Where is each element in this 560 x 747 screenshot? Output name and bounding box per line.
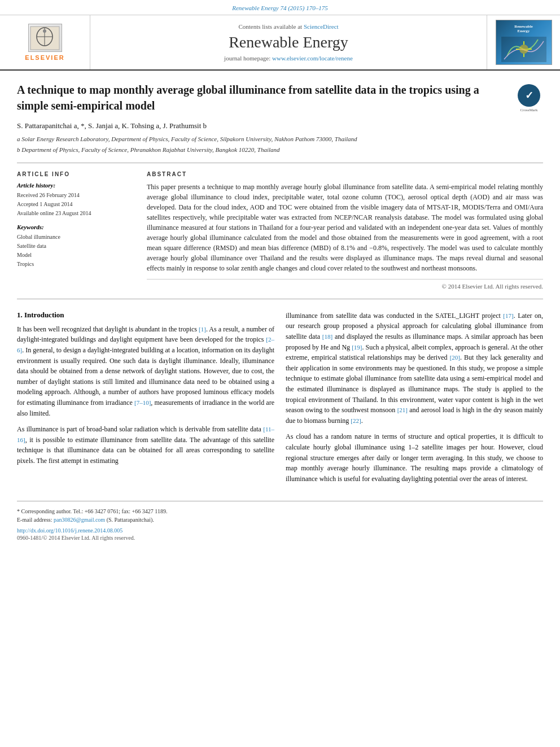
page: Renewable Energy 74 (2015) 170–175 ELSEV… (0, 0, 560, 747)
article-info-column: ARTICLE INFO Article history: Received 2… (17, 171, 130, 290)
keyword-3: Model (17, 251, 130, 260)
article-info-label: ARTICLE INFO (17, 171, 130, 177)
available-date: Available online 23 August 2014 (17, 209, 130, 218)
corresponding-footnote: * Corresponding author. Tel.: +66 3427 0… (17, 507, 543, 516)
svg-point-4 (43, 29, 46, 33)
elsevier-logo: ELSEVIER (25, 24, 64, 61)
journal-header: ELSEVIER Contents lists available at Sci… (0, 15, 560, 71)
contents-line: Contents lists available at ScienceDirec… (238, 23, 338, 30)
email-footnote: E-mail address: pan30826@gmail.com (S. P… (17, 516, 543, 524)
crossmark-icon: ✓ (518, 84, 540, 107)
body-right-column: illuminance from satellite data was cond… (286, 311, 543, 490)
affiliation-b: b Department of Physics, Faculty of Scie… (17, 146, 543, 154)
body-columns: 1. Introduction It has been well recogni… (17, 311, 543, 490)
cover-title: RenewableEnergy (513, 23, 534, 34)
body-left-column: 1. Introduction It has been well recogni… (17, 311, 274, 490)
abstract-label: ABSTRACT (147, 171, 543, 177)
journal-url[interactable]: www.elsevier.com/locate/renene (272, 55, 353, 62)
email-link[interactable]: pan30826@gmail.com (54, 517, 105, 523)
body-content: 1. Introduction It has been well recogni… (17, 311, 543, 490)
col2-paragraph-1: illuminance from satellite data was cond… (286, 311, 543, 426)
keywords-label: Keywords: (17, 224, 130, 230)
keyword-4: Tropics (17, 260, 130, 269)
journal-citation: Renewable Energy 74 (2015) 170–175 (232, 5, 327, 11)
affiliation-a: a Solar Energy Research Laboratory, Depa… (17, 135, 543, 143)
journal-cover-section: RenewableEnergy (487, 15, 560, 69)
info-columns: ARTICLE INFO Article history: Received 2… (17, 171, 543, 290)
intro-paragraph-1: It has been well recognized that dayligh… (17, 324, 274, 418)
crossmark-logo: ✓ CrossMark (515, 84, 543, 112)
article-history-label: Article history: (17, 182, 130, 189)
elsevier-logo-image (28, 24, 62, 52)
divider-2 (17, 299, 543, 299)
authors: S. Pattarapanitchai a, *, S. Janjai a, K… (17, 121, 543, 130)
keywords-group: Keywords: Global illuminance Satellite d… (17, 224, 130, 269)
science-direct-link[interactable]: ScienceDirect (304, 23, 339, 30)
journal-homepage: journal homepage: www.elsevier.com/locat… (224, 55, 353, 62)
accepted-date: Accepted 1 August 2014 (17, 200, 130, 209)
introduction-heading: 1. Introduction (17, 311, 274, 320)
received-date: Received 26 February 2014 (17, 191, 130, 200)
journal-name: Renewable Energy (229, 33, 348, 51)
article-history-group: Article history: Received 26 February 20… (17, 182, 130, 218)
keyword-1: Global illuminance (17, 233, 130, 242)
intro-paragraph-2: As illuminance is part of broad-band sol… (17, 424, 274, 466)
elsevier-logo-section: ELSEVIER (0, 15, 90, 69)
article-title-section: A technique to map monthly average globa… (17, 82, 543, 113)
journal-header-center: Contents lists available at ScienceDirec… (90, 15, 487, 69)
doi-line[interactable]: http://dx.doi.org/10.1016/j.renene.2014.… (17, 527, 543, 534)
authors-text: S. Pattarapanitchai a, *, S. Janjai a, K… (17, 121, 207, 130)
article-content: A technique to map monthly average globa… (0, 71, 560, 552)
divider-1 (17, 163, 543, 163)
journal-top-bar: Renewable Energy 74 (2015) 170–175 (0, 0, 560, 15)
abstract-text: This paper presents a technique to map m… (147, 182, 543, 273)
crossmark-text: CrossMark (520, 108, 537, 112)
abstract-column: ABSTRACT This paper presents a technique… (147, 171, 543, 290)
article-title: A technique to map monthly average globa… (17, 82, 506, 113)
col2-paragraph-2: As cloud has a random nature in terms of… (286, 431, 543, 484)
issn-line: 0960-1481/© 2014 Elsevier Ltd. All right… (17, 535, 543, 541)
copyright-line: © 2014 Elsevier Ltd. All rights reserved… (147, 279, 543, 290)
keyword-2: Satellite data (17, 242, 130, 251)
svg-point-6 (519, 45, 528, 54)
journal-cover-image: RenewableEnergy (496, 20, 552, 65)
article-footer: * Corresponding author. Tel.: +66 3427 0… (17, 501, 543, 541)
elsevier-text: ELSEVIER (25, 54, 64, 61)
